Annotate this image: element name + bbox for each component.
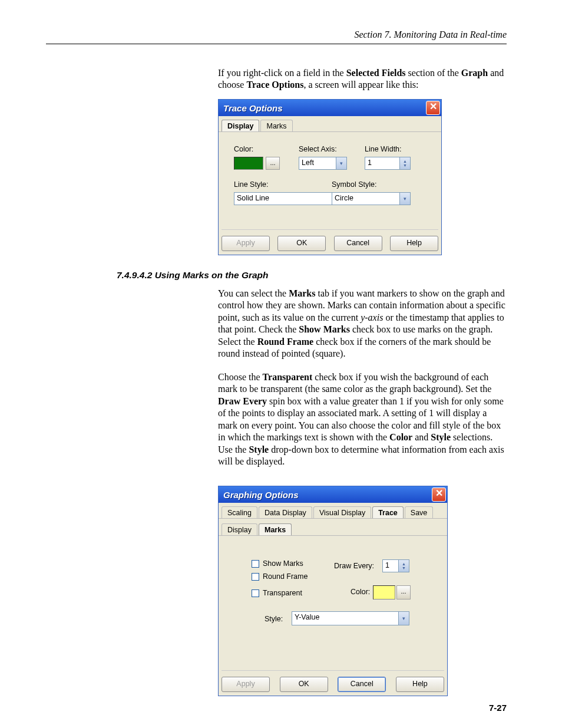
help-button[interactable]: Help bbox=[390, 236, 438, 251]
running-head: Section 7. Monitoring Data in Real-time bbox=[354, 29, 507, 40]
apply-button[interactable]: Apply bbox=[222, 677, 270, 692]
tab-row-sub: Display Marks bbox=[219, 520, 447, 536]
help-button[interactable]: Help bbox=[396, 677, 444, 692]
label-color: Color: bbox=[351, 588, 370, 596]
label-select-axis: Select Axis: bbox=[299, 145, 337, 153]
bold-style2: Style bbox=[249, 444, 269, 454]
label-line-width: Line Width: bbox=[365, 145, 402, 153]
tab-marks[interactable]: Marks bbox=[260, 120, 292, 131]
color-swatch[interactable] bbox=[373, 585, 395, 599]
checkbox-label: Round Frame bbox=[263, 572, 308, 581]
dialog-title: Graphing Options bbox=[223, 490, 299, 500]
spinner-arrows-icon: ▲▼ bbox=[398, 560, 409, 572]
text: section of the bbox=[406, 68, 461, 78]
bold-color: Color bbox=[389, 432, 412, 442]
tab-save[interactable]: Save bbox=[405, 506, 434, 518]
bold-round-frame: Round Frame bbox=[257, 337, 314, 347]
tab-visual-display[interactable]: Visual Display bbox=[313, 506, 371, 518]
bold-trace-options: Trace Options bbox=[246, 80, 303, 90]
checkbox-show-marks[interactable]: Show Marks bbox=[252, 559, 303, 568]
paragraph-marks-intro: You can select the Marks tab if you want… bbox=[218, 288, 507, 360]
style-combo[interactable]: Y-Value ▾ bbox=[292, 611, 409, 625]
tab-row: Display Marks bbox=[219, 116, 441, 132]
combo-value: Circle bbox=[335, 194, 353, 202]
tab-display[interactable]: Display bbox=[222, 523, 257, 535]
cancel-button[interactable]: Cancel bbox=[338, 677, 386, 692]
button-bar: Apply OK Cancel Help bbox=[222, 670, 444, 692]
checkbox-label: Show Marks bbox=[263, 559, 303, 568]
intro-paragraph: If you right-click on a field in the Sel… bbox=[218, 67, 507, 91]
text: , a screen will appear like this: bbox=[303, 80, 418, 90]
titlebar[interactable]: Trace Options ✕ bbox=[219, 100, 441, 116]
spinner-value: 1 bbox=[368, 159, 372, 167]
italic-y-axis: y-axis bbox=[361, 312, 383, 322]
bold-draw-every: Draw Every bbox=[218, 396, 267, 406]
checkbox-box bbox=[252, 589, 259, 597]
select-axis-combo[interactable]: Left ▾ bbox=[299, 157, 347, 170]
combo-value: Solid Line bbox=[237, 194, 269, 202]
close-icon[interactable]: ✕ bbox=[432, 487, 446, 502]
chevron-down-icon: ▾ bbox=[398, 612, 409, 625]
color-picker-button[interactable]: ... bbox=[266, 157, 280, 170]
checkbox-box bbox=[252, 573, 259, 581]
button-bar: Apply OK Cancel Help bbox=[222, 229, 438, 251]
dialog-title: Trace Options bbox=[223, 103, 283, 113]
paragraph-transparent: Choose the Transparent check box if you … bbox=[218, 371, 507, 468]
color-picker-button[interactable]: ... bbox=[396, 585, 411, 599]
tab-data-display[interactable]: Data Display bbox=[259, 506, 312, 518]
chevron-down-icon: ▾ bbox=[399, 193, 410, 205]
page-number: 7-27 bbox=[489, 703, 507, 713]
label-line-style: Line Style: bbox=[234, 180, 268, 189]
bold-transparent: Transparent bbox=[263, 372, 313, 382]
checkbox-label: Transparent bbox=[263, 589, 302, 597]
tab-marks[interactable]: Marks bbox=[259, 523, 292, 535]
bold-style1: Style bbox=[431, 432, 451, 442]
graphing-options-dialog: Graphing Options ✕ Scaling Data Display … bbox=[218, 486, 448, 696]
bold-show-marks: Show Marks bbox=[299, 324, 350, 334]
cancel-button[interactable]: Cancel bbox=[334, 236, 382, 251]
text: If you right-click on a field in the bbox=[218, 68, 346, 78]
page: Section 7. Monitoring Data in Real-time … bbox=[0, 0, 562, 728]
trace-options-dialog: Trace Options ✕ Display Marks Color: ...… bbox=[218, 99, 442, 255]
section-heading: 7.4.9.4.2 Using Marks on the Graph bbox=[117, 270, 269, 281]
text: Choose the bbox=[218, 372, 263, 382]
tab-trace[interactable]: Trace bbox=[372, 506, 404, 518]
line-width-spinner[interactable]: 1 ▲▼ bbox=[365, 157, 411, 170]
symbol-style-combo[interactable]: Circle ▾ bbox=[332, 192, 411, 205]
checkbox-box bbox=[252, 560, 259, 568]
draw-every-spinner[interactable]: 1 ▲▼ bbox=[382, 559, 409, 572]
ok-button[interactable]: OK bbox=[280, 677, 328, 692]
bold-selected-fields: Selected Fields bbox=[346, 68, 406, 78]
label-style: Style: bbox=[265, 615, 283, 623]
titlebar[interactable]: Graphing Options ✕ bbox=[219, 486, 447, 503]
chevron-down-icon: ▾ bbox=[336, 157, 346, 169]
spinner-value: 1 bbox=[385, 561, 389, 569]
text: and bbox=[412, 432, 431, 442]
tab-row-top: Scaling Data Display Visual Display Trac… bbox=[219, 503, 447, 519]
bold-marks: Marks bbox=[289, 288, 315, 298]
bold-graph: Graph bbox=[461, 68, 488, 78]
color-swatch[interactable] bbox=[234, 157, 263, 170]
form-area: Color: ... Select Axis: Left ▾ Line Widt… bbox=[219, 132, 441, 226]
combo-value: Y-Value bbox=[295, 613, 319, 621]
checkbox-round-frame[interactable]: Round Frame bbox=[252, 572, 308, 581]
header-rule bbox=[46, 44, 507, 44]
text: You can select the bbox=[218, 288, 289, 298]
tab-display[interactable]: Display bbox=[222, 120, 259, 131]
label-symbol-style: Symbol Style: bbox=[332, 180, 376, 189]
combo-value: Left bbox=[302, 159, 314, 167]
checkbox-transparent[interactable]: Transparent bbox=[252, 589, 302, 597]
form-area: Show Marks Round Frame Transparent Draw … bbox=[219, 536, 447, 666]
spinner-arrows-icon: ▲▼ bbox=[399, 157, 410, 169]
ok-button[interactable]: OK bbox=[277, 236, 326, 251]
line-style-combo[interactable]: Solid Line ▾ bbox=[234, 192, 347, 205]
close-icon[interactable]: ✕ bbox=[426, 101, 440, 115]
tab-scaling[interactable]: Scaling bbox=[222, 506, 257, 518]
label-draw-every: Draw Every: bbox=[334, 562, 374, 570]
apply-button[interactable]: Apply bbox=[222, 236, 270, 251]
label-color: Color: bbox=[234, 145, 253, 153]
